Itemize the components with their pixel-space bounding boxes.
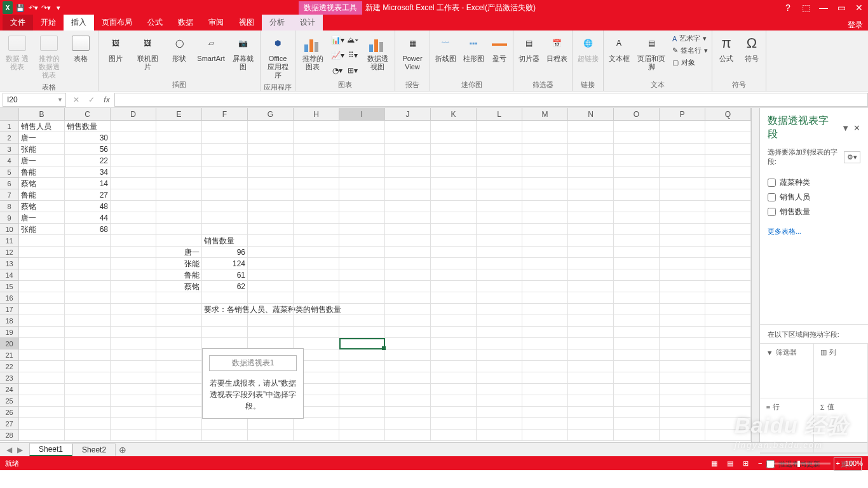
cell[interactable] <box>385 430 431 441</box>
cell[interactable] <box>385 224 431 235</box>
picture-button[interactable]: 🖼图片 <box>101 32 130 64</box>
cell[interactable] <box>294 292 339 304</box>
cell[interactable] <box>339 338 385 349</box>
field-checkbox[interactable] <box>768 208 776 216</box>
cell[interactable] <box>522 189 568 201</box>
cell[interactable] <box>660 212 705 224</box>
page-layout-view-icon[interactable]: ▤ <box>723 459 737 468</box>
cell[interactable] <box>339 189 385 201</box>
tab-file[interactable]: 文件 <box>3 15 33 30</box>
cell[interactable] <box>431 189 477 201</box>
cell[interactable] <box>522 166 568 178</box>
cell[interactable] <box>477 166 522 178</box>
cell[interactable] <box>156 132 202 144</box>
cell[interactable] <box>660 430 705 441</box>
cell[interactable] <box>568 315 614 327</box>
cell[interactable] <box>111 144 156 155</box>
cell[interactable] <box>385 247 431 258</box>
cell[interactable] <box>705 235 751 247</box>
cell[interactable] <box>431 349 477 361</box>
cell[interactable] <box>111 121 156 132</box>
pane-dropdown-icon[interactable]: ▼ <box>841 123 850 133</box>
cell[interactable] <box>202 327 248 338</box>
cell[interactable] <box>339 304 385 315</box>
cell[interactable] <box>111 418 156 430</box>
cell[interactable] <box>477 384 522 395</box>
cell[interactable] <box>202 155 248 166</box>
cell[interactable] <box>65 430 111 441</box>
cell[interactable] <box>248 121 294 132</box>
cell[interactable] <box>705 327 751 338</box>
cell[interactable] <box>477 407 522 418</box>
cell[interactable] <box>111 258 156 269</box>
cell[interactable] <box>660 327 705 338</box>
cell[interactable] <box>431 258 477 269</box>
cell[interactable]: 鲁能 <box>19 189 65 201</box>
cell[interactable] <box>522 430 568 441</box>
cell[interactable]: 22 <box>65 155 111 166</box>
sheet-tab-1[interactable]: Sheet1 <box>29 443 72 456</box>
cell[interactable] <box>339 269 385 281</box>
cell[interactable] <box>660 338 705 349</box>
columns-area[interactable]: ▥列 <box>814 344 868 398</box>
cell[interactable] <box>339 292 385 304</box>
cell[interactable] <box>705 395 751 407</box>
cell[interactable] <box>660 178 705 189</box>
row-header[interactable]: 14 <box>0 269 19 281</box>
cell[interactable] <box>477 178 522 189</box>
symbol-button[interactable]: Ω符号 <box>740 32 763 64</box>
cell[interactable] <box>614 166 660 178</box>
zoom-slider[interactable] <box>767 463 831 464</box>
shapes-button[interactable]: ◯形状 <box>165 32 194 64</box>
cell[interactable] <box>568 430 614 441</box>
cell[interactable] <box>385 201 431 212</box>
cell[interactable] <box>294 304 339 315</box>
cell[interactable] <box>568 395 614 407</box>
tab-home[interactable]: 开始 <box>33 15 64 30</box>
cell[interactable] <box>614 304 660 315</box>
cell[interactable]: 蔡铭 <box>19 201 65 212</box>
cell[interactable] <box>568 258 614 269</box>
cell[interactable] <box>477 418 522 430</box>
cell[interactable] <box>705 166 751 178</box>
cell[interactable] <box>156 407 202 418</box>
cell[interactable] <box>248 235 294 247</box>
cell[interactable] <box>568 327 614 338</box>
cell[interactable] <box>522 235 568 247</box>
cell[interactable] <box>522 304 568 315</box>
cell[interactable] <box>660 166 705 178</box>
scatter-chart-icon[interactable]: ⠿▾ <box>345 48 360 62</box>
cell[interactable] <box>248 212 294 224</box>
cell[interactable] <box>339 372 385 384</box>
cell[interactable] <box>65 327 111 338</box>
cell[interactable] <box>431 327 477 338</box>
cell[interactable] <box>431 121 477 132</box>
cell[interactable] <box>385 292 431 304</box>
sheet-tab-2[interactable]: Sheet2 <box>72 444 116 456</box>
object-button[interactable]: ▢对象 <box>671 57 709 68</box>
cell[interactable] <box>477 304 522 315</box>
cell[interactable]: 48 <box>65 201 111 212</box>
cell[interactable] <box>705 189 751 201</box>
pie-chart-icon[interactable]: ◔▾ <box>330 64 345 78</box>
cell[interactable] <box>660 407 705 418</box>
cell[interactable] <box>385 132 431 144</box>
cell[interactable] <box>705 338 751 349</box>
undo-icon[interactable]: ↶▾ <box>28 3 38 13</box>
redo-icon[interactable]: ↷▾ <box>41 3 51 13</box>
cell[interactable] <box>431 155 477 166</box>
cell[interactable] <box>19 292 65 304</box>
qat-customize-icon[interactable]: ▾ <box>53 3 64 13</box>
cell[interactable]: 张能 <box>19 224 65 235</box>
cell[interactable] <box>111 327 156 338</box>
cell[interactable] <box>477 224 522 235</box>
values-area[interactable]: Σ值 <box>814 398 868 453</box>
cell[interactable] <box>202 144 248 155</box>
pane-gear-icon[interactable]: ⚙▾ <box>844 151 860 163</box>
cell[interactable] <box>65 407 111 418</box>
header-footer-button[interactable]: ▤页眉和页脚 <box>634 32 668 72</box>
cell[interactable] <box>156 430 202 441</box>
cell[interactable] <box>431 418 477 430</box>
col-header-H[interactable]: H <box>294 108 339 120</box>
cell[interactable] <box>65 418 111 430</box>
